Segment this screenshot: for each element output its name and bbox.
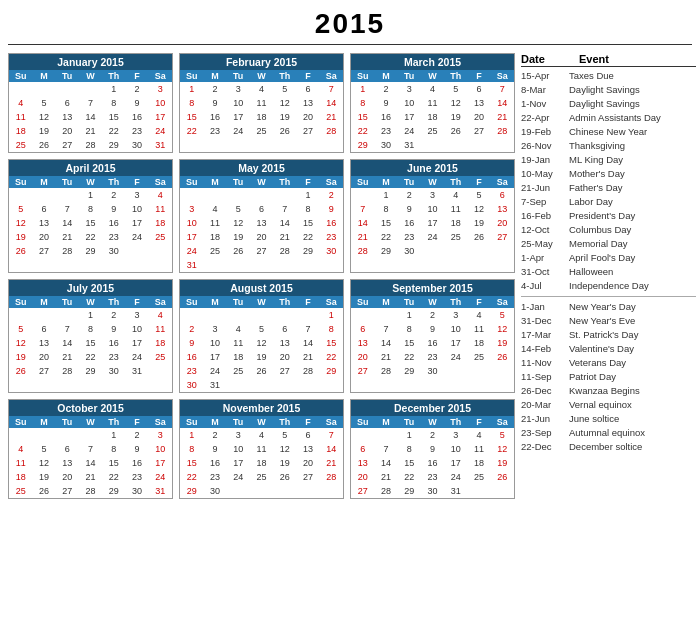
cal-header-mar: March 2015: [351, 54, 514, 70]
day-header: Sa: [149, 176, 172, 188]
cal-day: 11: [149, 202, 172, 216]
cal-day: 15: [79, 336, 102, 350]
event-name: Admin Assistants Day: [569, 111, 696, 125]
calendar-may: May 2015SuMTuWThFSa123456789101112131415…: [179, 159, 344, 273]
cal-day: 19: [250, 350, 273, 364]
day-header: Tu: [398, 416, 421, 428]
cal-day: 1: [180, 428, 203, 442]
cal-day: 10: [180, 216, 203, 230]
cal-day: 17: [421, 216, 444, 230]
day-header: Tu: [398, 70, 421, 82]
cal-day: 27: [491, 230, 514, 244]
cal-day: 26: [32, 138, 55, 152]
day-header: Su: [9, 416, 32, 428]
cal-day: 8: [180, 442, 203, 456]
day-header: W: [421, 416, 444, 428]
cal-day: 28: [56, 364, 79, 378]
calendar-aug: August 2015SuMTuWThFSa123456789101112131…: [179, 279, 344, 393]
event-row: 16-FebPresident's Day: [521, 209, 696, 223]
event-date: 22-Apr: [521, 111, 565, 125]
cal-day: [203, 308, 226, 322]
cal-day: 9: [203, 442, 226, 456]
cal-day: 25: [444, 230, 467, 244]
cal-day: 18: [9, 124, 32, 138]
day-header: W: [250, 70, 273, 82]
cal-day: 3: [149, 428, 172, 442]
cal-day: 24: [398, 124, 421, 138]
cal-day: 13: [467, 96, 490, 110]
cal-day: 20: [250, 230, 273, 244]
day-header: Th: [102, 70, 125, 82]
cal-day: 25: [9, 484, 32, 498]
day-header: Su: [9, 296, 32, 308]
event-date: 15-Apr: [521, 69, 565, 83]
cal-day: 28: [491, 124, 514, 138]
cal-day: 26: [32, 484, 55, 498]
day-header: Sa: [491, 296, 514, 308]
cal-day: 12: [9, 216, 32, 230]
day-header: W: [250, 416, 273, 428]
calendar-jan: January 2015SuMTuWThFSa12345678910111213…: [8, 53, 173, 153]
day-header: M: [374, 296, 397, 308]
cal-day: [9, 82, 32, 96]
cal-day: 21: [374, 350, 397, 364]
calendar-dec: December 2015SuMTuWThFSa1234567891011121…: [350, 399, 515, 499]
day-header: M: [374, 416, 397, 428]
cal-day: 18: [421, 110, 444, 124]
cal-day: 7: [491, 82, 514, 96]
day-header: M: [203, 296, 226, 308]
main-layout: January 2015SuMTuWThFSa12345678910111213…: [8, 53, 692, 499]
cal-day: 30: [421, 484, 444, 498]
cal-day: 17: [180, 230, 203, 244]
cal-day: 30: [102, 244, 125, 258]
cal-day: 7: [296, 322, 319, 336]
cal-day: 20: [56, 124, 79, 138]
day-header: Sa: [320, 296, 343, 308]
event-name: Mother's Day: [569, 167, 696, 181]
event-date: 11-Nov: [521, 356, 565, 370]
cal-day: 8: [102, 96, 125, 110]
cal-day: [273, 258, 296, 272]
calendar-apr: April 2015SuMTuWThFSa1234567891011121314…: [8, 159, 173, 273]
cal-day: 2: [203, 82, 226, 96]
cal-day: 13: [32, 336, 55, 350]
cal-day: 30: [125, 484, 148, 498]
cal-day: 3: [227, 428, 250, 442]
cal-day: [467, 484, 490, 498]
cal-day: 22: [180, 470, 203, 484]
day-header: F: [467, 296, 490, 308]
cal-day: 18: [149, 216, 172, 230]
cal-day: 15: [180, 456, 203, 470]
cal-day: 2: [421, 428, 444, 442]
cal-day: 25: [203, 244, 226, 258]
event-date: 14-Feb: [521, 342, 565, 356]
cal-day: [444, 244, 467, 258]
cal-day: 11: [9, 456, 32, 470]
cal-day: 9: [320, 202, 343, 216]
day-header: Sa: [149, 296, 172, 308]
cal-day: 3: [125, 308, 148, 322]
event-name: New Year's Day: [569, 300, 696, 314]
event-name: Veterans Day: [569, 356, 696, 370]
calendar-mar: March 2015SuMTuWThFSa1234567891011121314…: [350, 53, 515, 153]
day-header: M: [203, 176, 226, 188]
events-header: Date Event: [521, 53, 696, 67]
cal-day: [250, 188, 273, 202]
event-row: 4-JulIndependence Day: [521, 279, 696, 293]
events-event-header: Event: [579, 53, 696, 65]
cal-day: 12: [273, 96, 296, 110]
event-row: 31-DecNew Year's Eve: [521, 314, 696, 328]
cal-day: 1: [79, 188, 102, 202]
cal-day: 2: [102, 308, 125, 322]
cal-table-oct: SuMTuWThFSa12345678910111213141516171819…: [9, 416, 172, 498]
cal-day: 15: [320, 336, 343, 350]
day-header: F: [125, 176, 148, 188]
cal-day: [273, 188, 296, 202]
cal-day: 20: [491, 216, 514, 230]
cal-day: 23: [180, 364, 203, 378]
cal-day: 12: [467, 202, 490, 216]
cal-day: 10: [398, 96, 421, 110]
day-header: Sa: [491, 70, 514, 82]
cal-day: 12: [491, 442, 514, 456]
cal-day: 20: [296, 110, 319, 124]
